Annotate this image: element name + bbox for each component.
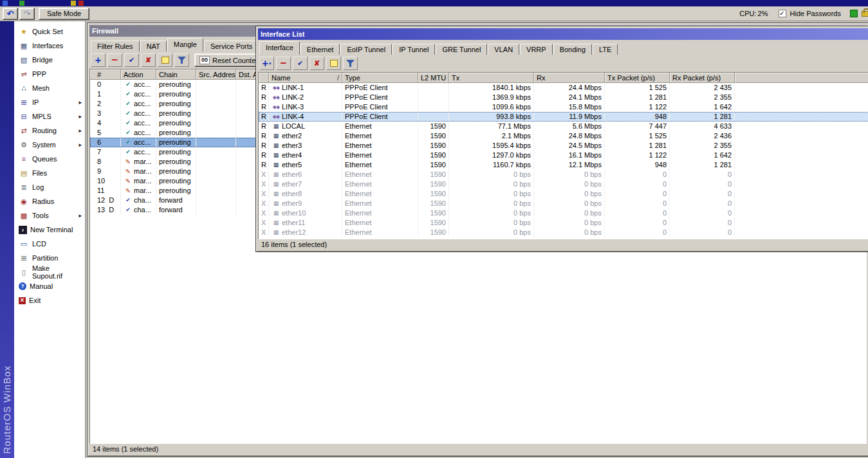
- disable-button[interactable]: [309, 57, 324, 70]
- tab-nat[interactable]: NAT: [140, 41, 167, 51]
- sidebar-item-bridge[interactable]: Bridge: [14, 53, 85, 67]
- sidebar-item-tools[interactable]: Tools ▸: [14, 208, 85, 223]
- comment-note-icon: [162, 57, 169, 64]
- ip-icon: [19, 98, 29, 107]
- sidebar-item-interfaces[interactable]: Interfaces: [14, 39, 85, 53]
- interface-row[interactable]: X ether11 Ethernet 1590 0 bps 0 bps 0 0: [259, 218, 868, 228]
- interface-row[interactable]: X ether6 Ethernet 1590 0 bps 0 bps 0 0: [259, 170, 868, 179]
- sidebar-item-mpls[interactable]: MPLS ▸: [14, 109, 85, 124]
- sidebar-item-files[interactable]: Files: [14, 166, 85, 180]
- column-header-tx[interactable]: Tx: [449, 73, 534, 83]
- firewall-statusbar: 14 items (1 selected): [89, 444, 867, 454]
- sidebar-item-exit[interactable]: Exit: [14, 293, 85, 307]
- column-header-num[interactable]: #: [90, 69, 121, 80]
- sidebar-item-quick-set[interactable]: Quick Set: [14, 24, 85, 39]
- column-header-action[interactable]: Action: [121, 69, 156, 80]
- sidebar-item-lcd[interactable]: LCD: [14, 237, 85, 251]
- remove-button[interactable]: [107, 53, 122, 67]
- tab-vrrp[interactable]: VRRP: [520, 44, 553, 55]
- interface-row[interactable]: R LINK-1 PPPoE Client 1840.1 kbps 24.4 M…: [259, 83, 868, 93]
- interface-row[interactable]: R LOCAL Ethernet 1590 77.1 Mbps 5.6 Mbps…: [259, 122, 868, 131]
- interface-row[interactable]: X ether7 Ethernet 1590 0 bps 0 bps 0 0: [259, 179, 868, 189]
- tab-bonding[interactable]: Bonding: [553, 44, 592, 55]
- enable-button[interactable]: [293, 57, 308, 70]
- interface-rows: R LINK-1 PPPoE Client 1840.1 kbps 24.4 M…: [259, 83, 868, 239]
- filter-button[interactable]: [174, 53, 189, 67]
- column-header-src-address[interactable]: Src. Address: [196, 69, 236, 80]
- column-header-rx[interactable]: Rx: [534, 73, 605, 83]
- column-header-rx-packet[interactable]: Rx Packet (p/s): [670, 73, 735, 83]
- sidebar-item-system[interactable]: System ▸: [14, 138, 85, 152]
- interface-list-status-text: 16 items (1 selected): [261, 241, 327, 248]
- tab-ip-tunnel[interactable]: IP Tunnel: [392, 44, 435, 55]
- queues-icon: [19, 155, 29, 163]
- filter-button[interactable]: [343, 57, 358, 70]
- accept-icon: [124, 80, 133, 89]
- interface-row[interactable]: R ether5 Ethernet 1590 1160.7 kbps 12.1 …: [259, 160, 868, 170]
- column-header-l2mtu[interactable]: L2 MTU: [418, 73, 449, 83]
- tools-icon: [19, 212, 29, 220]
- interface-row[interactable]: R LINK-4 PPPoE Client 993.8 kbps 11.9 Mb…: [259, 112, 868, 122]
- remove-button[interactable]: [276, 57, 291, 70]
- sidebar-item-log[interactable]: Log: [14, 180, 85, 194]
- safe-mode-button[interactable]: Safe Mode: [39, 8, 89, 20]
- hide-passwords-checkbox[interactable]: [779, 10, 786, 17]
- sidebar-item-partition[interactable]: Partition: [14, 251, 85, 265]
- interface-row[interactable]: R LINK-3 PPPoE Client 1099.6 kbps 15.8 M…: [259, 102, 868, 112]
- sidebar-item-routing[interactable]: Routing ▸: [14, 124, 85, 138]
- enable-button[interactable]: [124, 53, 139, 67]
- sidebar-item-make-supout[interactable]: Make Supout.rif: [14, 265, 85, 279]
- interface-row[interactable]: R ether4 Ethernet 1590 1297.0 kbps 16.1 …: [259, 151, 868, 160]
- tab-service-ports[interactable]: Service Ports: [204, 41, 259, 51]
- interface-row[interactable]: X ether12 Ethernet 1590 0 bps 0 bps 0 0: [259, 228, 868, 237]
- sidebar-item-ppp[interactable]: PPP: [14, 67, 85, 81]
- column-header-tx-packet[interactable]: Tx Packet (p/s): [605, 73, 670, 83]
- tab-lte[interactable]: LTE: [593, 44, 618, 55]
- tab-eoip-tunnel[interactable]: EoIP Tunnel: [340, 44, 392, 55]
- interface-list-titlebar[interactable]: Interface List: [258, 28, 868, 40]
- tab-gre-tunnel[interactable]: GRE Tunnel: [436, 44, 487, 55]
- sidebar-item-new-terminal[interactable]: New Terminal: [14, 223, 85, 237]
- redo-button[interactable]: [19, 8, 35, 20]
- sidebar-item-label: Bridge: [32, 56, 53, 64]
- sidebar-item-ip[interactable]: IP ▸: [14, 95, 85, 109]
- sidebar-item-radius[interactable]: Radius: [14, 194, 85, 208]
- tab-interface[interactable]: Interface: [259, 41, 300, 55]
- system-icon: [19, 141, 29, 149]
- add-button[interactable]: [259, 57, 274, 70]
- pppoe-icon: [272, 102, 281, 112]
- ethernet-icon: [272, 170, 281, 179]
- add-button[interactable]: [91, 53, 106, 67]
- sidebar-item-manual[interactable]: Manual: [14, 279, 85, 293]
- counters-icon: 00: [199, 56, 210, 64]
- sidebar-item-label: Exit: [29, 297, 41, 304]
- interface-table-header: Name / Type L2 MTU Tx Rx Tx Packet (p/s)…: [259, 73, 868, 83]
- redo-icon: [24, 9, 31, 19]
- sidebar-item-mesh[interactable]: Mesh: [14, 81, 85, 95]
- interface-row[interactable]: X ether8 Ethernet 1590 0 bps 0 bps 0 0: [259, 189, 868, 199]
- sidebar: Quick Set Interfaces Bridge PPP Mesh: [14, 21, 86, 458]
- cpu-value: 2%: [758, 10, 768, 17]
- column-header-type[interactable]: Type: [342, 73, 418, 83]
- tab-vlan[interactable]: VLAN: [488, 44, 519, 55]
- interface-row[interactable]: R LINK-2 PPPoE Client 1369.9 kbps 24.1 M…: [259, 93, 868, 102]
- sidebar-item-label: IP: [32, 98, 39, 106]
- interface-row[interactable]: R ether3 Ethernet 1590 1595.4 kbps 24.5 …: [259, 141, 868, 151]
- disable-button[interactable]: [141, 53, 156, 67]
- interface-row[interactable]: X ether10 Ethernet 1590 0 bps 0 bps 0 0: [259, 208, 868, 218]
- column-header-name[interactable]: Name /: [269, 73, 342, 83]
- column-header-flag[interactable]: [259, 73, 269, 83]
- tab-ethernet[interactable]: Ethernet: [300, 44, 340, 55]
- tab-filter-rules[interactable]: Filter Rules: [91, 41, 140, 51]
- column-header-chain[interactable]: Chain: [156, 69, 196, 80]
- filter-icon: [346, 60, 355, 67]
- interface-row[interactable]: X ether9 Ethernet 1590 0 bps 0 bps 0 0: [259, 199, 868, 208]
- sidebar-item-label: New Terminal: [30, 226, 73, 234]
- undo-button[interactable]: [3, 8, 18, 20]
- sidebar-item-queues[interactable]: Queues: [14, 152, 85, 166]
- comment-button[interactable]: [326, 57, 341, 70]
- comment-button[interactable]: [158, 53, 172, 67]
- interface-row[interactable]: R ether2 Ethernet 1590 2.1 Mbps 24.8 Mbp…: [259, 131, 868, 141]
- brand-text: RouterOS WinBox: [1, 365, 12, 454]
- tab-mangle[interactable]: Mangle: [167, 38, 203, 51]
